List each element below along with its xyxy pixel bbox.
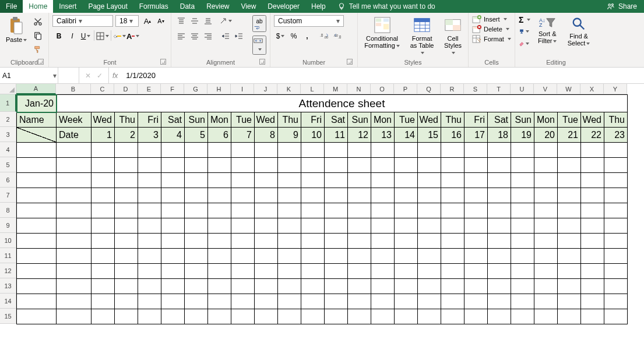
find-select-button[interactable]: Find & Select [564,15,593,48]
merge-center-button[interactable] [252,36,266,55]
cell-T8[interactable] [488,203,511,218]
select-all-corner[interactable] [0,84,16,94]
cell-S12[interactable] [464,264,488,279]
cell-F8[interactable] [161,203,185,218]
cell-S13[interactable] [464,279,488,294]
cell-I8[interactable] [231,203,255,218]
cell-U10[interactable] [511,234,534,249]
cell-I10[interactable] [231,234,255,249]
cell-S8[interactable] [464,203,488,218]
cell-D5[interactable] [115,158,138,173]
cell-P4[interactable] [395,143,418,158]
cell-O2[interactable]: Mon [371,112,395,128]
cell-S11[interactable] [464,249,488,264]
row-header-9[interactable]: 9 [0,218,16,233]
cell-T15[interactable] [488,309,511,324]
cell-X2[interactable]: Wed [581,112,604,128]
wrap-text-button[interactable]: ab [252,15,266,32]
cell-S9[interactable] [464,218,488,234]
row-header-14[interactable]: 14 [0,294,16,309]
cell-O3[interactable]: 13 [371,128,395,143]
col-header-Q[interactable]: Q [417,84,441,94]
cell-T11[interactable] [488,249,511,264]
col-header-H[interactable]: H [207,84,231,94]
cell-R10[interactable] [441,234,464,249]
col-header-B[interactable]: B [56,84,91,94]
cell-U15[interactable] [511,309,534,324]
cell-W2[interactable]: Tue [558,112,581,128]
cell-S5[interactable] [464,158,488,173]
cell-C14[interactable] [92,294,115,309]
cell-H12[interactable] [208,264,231,279]
cell-B15[interactable] [57,309,92,324]
cell-K9[interactable] [278,218,301,234]
cell-N3[interactable]: 12 [348,128,371,143]
cell-J8[interactable] [255,203,278,218]
cell-A15[interactable] [17,309,57,324]
format-as-table-button[interactable]: Format as Table [406,15,438,57]
cell-Q14[interactable] [418,294,441,309]
cell-O11[interactable] [371,249,395,264]
cell-C7[interactable] [92,188,115,203]
cell-A7[interactable] [17,188,57,203]
cell-F11[interactable] [161,249,185,264]
cell-G10[interactable] [185,234,208,249]
cell-F3[interactable]: 4 [161,128,185,143]
col-header-V[interactable]: V [534,84,557,94]
cell-D14[interactable] [115,294,138,309]
cell-C6[interactable] [92,173,115,188]
col-header-L[interactable]: L [301,84,324,94]
cell-J12[interactable] [255,264,278,279]
col-header-R[interactable]: R [441,84,464,94]
cell-A13[interactable] [17,279,57,294]
row-header-1[interactable]: 1 [0,94,16,112]
tab-page-layout[interactable]: Page Layout [82,0,133,13]
cell-Y3[interactable]: 23 [604,128,628,143]
cell-S3[interactable]: 17 [464,128,488,143]
cell-N14[interactable] [348,294,371,309]
comma-format-button[interactable]: , [301,30,314,42]
cell-S14[interactable] [464,294,488,309]
cell-K7[interactable] [278,188,301,203]
cell-L10[interactable] [301,234,325,249]
clipboard-dialog-launcher[interactable] [38,59,44,65]
cell-W12[interactable] [558,264,581,279]
cell-G6[interactable] [185,173,208,188]
paste-button[interactable]: Paste [3,15,29,44]
tab-formulas[interactable]: Formulas [133,0,174,13]
cell-H2[interactable]: Mon [208,112,231,128]
cell-R15[interactable] [441,309,464,324]
cell-B10[interactable] [57,234,92,249]
cell-Q11[interactable] [418,249,441,264]
cell-X8[interactable] [581,203,604,218]
cell-G5[interactable] [185,158,208,173]
cell-E2[interactable]: Fri [138,112,161,128]
cell-Q4[interactable] [418,143,441,158]
cell-T4[interactable] [488,143,511,158]
cell-C12[interactable] [92,264,115,279]
cell-P10[interactable] [395,234,418,249]
cell-H10[interactable] [208,234,231,249]
cell-Y5[interactable] [604,158,628,173]
cell-F12[interactable] [161,264,185,279]
cell-G13[interactable] [185,279,208,294]
cell-styles-button[interactable]: Cell Styles [441,15,464,57]
cell-R6[interactable] [441,173,464,188]
cell-V4[interactable] [534,143,558,158]
cell-T9[interactable] [488,218,511,234]
font-dialog-launcher[interactable] [160,59,166,65]
cell-Y13[interactable] [604,279,628,294]
cell-Q2[interactable]: Wed [418,112,441,128]
cell-Y9[interactable] [604,218,628,234]
cell-title[interactable]: Attendence sheet [57,95,628,112]
col-header-T[interactable]: T [487,84,511,94]
cell-X3[interactable]: 22 [581,128,604,143]
cell-K2[interactable]: Thu [278,112,301,128]
tab-home[interactable]: Home [23,0,53,13]
bold-button[interactable]: B [52,30,65,42]
cell-W13[interactable] [558,279,581,294]
cell-R5[interactable] [441,158,464,173]
cell-F7[interactable] [161,188,185,203]
cell-U11[interactable] [511,249,534,264]
cell-Q15[interactable] [418,309,441,324]
